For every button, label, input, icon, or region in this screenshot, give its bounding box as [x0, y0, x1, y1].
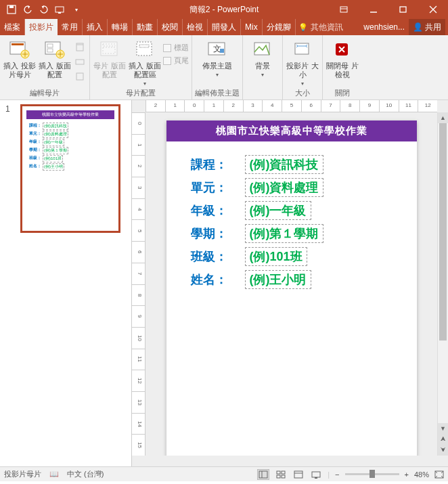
tab-mix[interactable]: Mix: [241, 19, 263, 35]
themes-button[interactable]: 文 佈景主題 ▾: [200, 37, 234, 78]
zoom-slider[interactable]: [345, 473, 399, 475]
slide-size-button[interactable]: 投影片 大小 ▾: [286, 37, 319, 87]
vertical-scrollbar[interactable]: ▲ ▼ ⮝ ⮟: [437, 112, 448, 456]
insert-layout-button[interactable]: 插入 版面配置: [38, 37, 72, 79]
svg-rect-30: [277, 475, 280, 478]
ruler-tick: 8: [132, 284, 145, 306]
slide-sorter-button[interactable]: [275, 469, 287, 480]
scroll-track[interactable]: [438, 123, 448, 434]
zoom-handle[interactable]: [369, 470, 375, 478]
scroll-up-button[interactable]: ▲: [438, 112, 448, 123]
preserve-button[interactable]: [73, 70, 87, 83]
themes-label: 佈景主題: [202, 62, 232, 70]
ruler-tick: 7: [321, 100, 340, 112]
ruler-tick: 13: [132, 391, 145, 413]
close-master-view-button[interactable]: 關閉母 片檢視: [326, 37, 359, 79]
user-name[interactable]: wenhsien...: [363, 22, 405, 32]
background-button[interactable]: 背景 ▾: [246, 37, 279, 78]
prev-slide-button[interactable]: ⮝: [438, 434, 448, 445]
slide[interactable]: 桃園市立快樂高級中等學校作業 課程：(例)資訊科技單元：(例)資料處理年級：(例…: [166, 120, 417, 456]
language-status[interactable]: 中文 (台灣): [67, 469, 104, 479]
svg-rect-32: [294, 471, 303, 478]
ruler-tick: 12: [132, 370, 145, 391]
field-label[interactable]: 課程：: [191, 156, 245, 173]
group-close-label: 關閉: [335, 87, 350, 100]
slide-fields: 課程：(例)資訊科技單元：(例)資料處理年級：(例)一年級學期：(例)第１學期班…: [166, 141, 417, 303]
tab-insert[interactable]: 插入: [83, 19, 108, 35]
normal-view-button[interactable]: [257, 469, 269, 480]
field-row: 班級：(例)101班: [191, 247, 393, 266]
minimize-button[interactable]: [359, 0, 388, 19]
quick-access-toolbar: ▾: [0, 2, 84, 17]
zoom-in-button[interactable]: +: [405, 470, 409, 479]
group-master-layout-label: 母片配置: [126, 87, 156, 100]
slide-area[interactable]: 桃園市立快樂高級中等學校作業 課程：(例)資訊科技單元：(例)資料處理年級：(例…: [145, 112, 437, 456]
thumbnail-wrapper: 1 桃園市立快樂高級中等學校作業 課程：(例)資訊科技單元：(例)資料處理年級：…: [0, 100, 131, 237]
ribbon-options-button[interactable]: [329, 0, 359, 19]
undo-button[interactable]: [20, 2, 35, 17]
ruler-tick: 6: [132, 241, 145, 263]
field-label[interactable]: 學期：: [191, 225, 245, 242]
qat-customize-button[interactable]: ▾: [69, 2, 84, 17]
field-label[interactable]: 單元：: [191, 179, 245, 196]
maximize-button[interactable]: [388, 0, 418, 19]
field-label[interactable]: 班級：: [191, 248, 245, 265]
share-button[interactable]: 👤 共用: [409, 19, 445, 35]
redo-button[interactable]: [37, 2, 51, 17]
tab-view[interactable]: 檢視: [183, 19, 208, 35]
delete-button[interactable]: [73, 40, 87, 53]
field-value[interactable]: (例)資訊科技: [245, 155, 323, 174]
ruler-tick: 7: [132, 263, 145, 284]
insert-slide-master-label: 插入 投影片母片: [3, 62, 37, 79]
ribbon: 插入 投影片母片 插入 版面配置 編輯母片 母片 版面配置 插入 版面配置區: [0, 35, 448, 100]
tell-me[interactable]: 💡 其他資訊: [298, 22, 343, 33]
scroll-thumb[interactable]: [439, 123, 447, 340]
insert-slide-master-button[interactable]: 插入 投影片母片: [3, 37, 37, 79]
start-from-beginning-button[interactable]: [53, 2, 68, 17]
rename-button[interactable]: [73, 55, 87, 68]
zoom-level[interactable]: 48%: [414, 470, 429, 479]
fit-to-window-button[interactable]: [434, 470, 444, 479]
field-label[interactable]: 姓名：: [191, 271, 245, 288]
ruler-tick: 0: [132, 112, 145, 134]
account-area: wenhsien... 👤 共用: [361, 19, 448, 35]
field-value[interactable]: (例)資料處理: [245, 178, 323, 197]
tab-transitions[interactable]: 轉場: [108, 19, 133, 35]
tab-animations[interactable]: 動畫: [133, 19, 158, 35]
tab-home[interactable]: 常用: [58, 19, 83, 35]
tab-slide-master[interactable]: 投影片: [25, 19, 58, 35]
view-status[interactable]: 投影片母片: [4, 469, 41, 479]
tab-file[interactable]: 檔案: [0, 19, 25, 35]
tab-review[interactable]: 校閱: [158, 19, 183, 35]
master-layout-button[interactable]: 母片 版面配置: [93, 37, 127, 79]
close-button[interactable]: [418, 0, 448, 19]
scroll-down-button[interactable]: ▼: [438, 423, 448, 434]
next-slide-button[interactable]: ⮟: [438, 445, 448, 456]
svg-rect-15: [76, 73, 83, 80]
field-value[interactable]: (例)一年級: [245, 201, 311, 220]
insert-placeholder-button[interactable]: 插入 版面配置區 ▾: [128, 37, 162, 87]
slide-title-banner[interactable]: 桃園市立快樂高級中等學校作業: [166, 120, 417, 141]
person-icon: 👤: [413, 22, 423, 32]
svg-rect-7: [12, 43, 24, 45]
field-value[interactable]: (例)101班: [245, 247, 307, 266]
slideshow-button[interactable]: [310, 469, 322, 480]
reading-view-button[interactable]: [292, 469, 305, 480]
field-value[interactable]: (例)第１學期: [245, 224, 323, 243]
svg-rect-1: [9, 5, 14, 8]
field-value[interactable]: (例)王小明: [245, 270, 311, 289]
spellcheck-icon[interactable]: 📖: [49, 470, 59, 479]
field-label[interactable]: 年級：: [191, 202, 245, 219]
tab-storyboard[interactable]: 分鏡腳: [263, 19, 296, 35]
thumbnail-panel[interactable]: 1 桃園市立快樂高級中等學校作業 課程：(例)資訊科技單元：(例)資料處理年級：…: [0, 100, 132, 466]
title-checkbox-row[interactable]: 標題: [163, 41, 189, 54]
ruler-tick: 11: [399, 100, 418, 112]
zoom-out-button[interactable]: −: [335, 470, 339, 479]
slide-thumbnail[interactable]: 桃園市立快樂高級中等學校作業 課程：(例)資訊科技單元：(例)資料處理年級：(例…: [20, 104, 120, 233]
group-size: 投影片 大小 ▾ 大小: [283, 35, 323, 100]
save-button[interactable]: [4, 2, 19, 17]
ruler-tick: 12: [418, 100, 437, 112]
footer-checkbox-row[interactable]: 頁尾: [163, 54, 189, 67]
tab-developer[interactable]: 開發人: [208, 19, 241, 35]
scroll-nav: ▼ ⮝ ⮟: [438, 423, 448, 456]
